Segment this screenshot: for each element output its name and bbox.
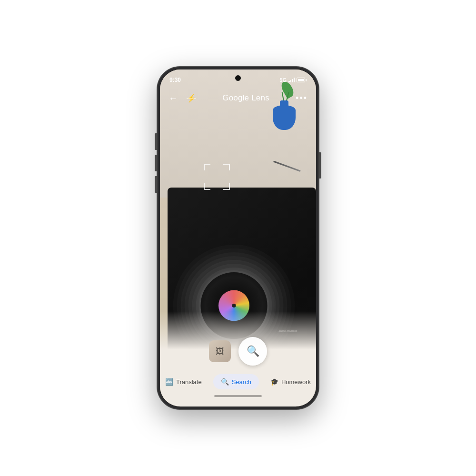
- thumbnail-image: 🖼: [209, 340, 231, 362]
- tab-homework[interactable]: 🎓 Homework: [263, 374, 316, 389]
- status-time: 9:30: [169, 77, 181, 83]
- phone-screen: audio-technica 9:30 5G: [160, 69, 316, 407]
- signal-bar-3: [292, 79, 293, 82]
- selection-bracket: [204, 164, 230, 190]
- bracket-corner-tr: [223, 164, 230, 170]
- camera-punch-hole: [235, 75, 241, 81]
- bracket-corner-br: [223, 183, 230, 190]
- more-options-button[interactable]: •••: [296, 93, 307, 103]
- search-icon: 🔍: [247, 345, 259, 357]
- bracket-corner-tl: [204, 164, 210, 170]
- tab-homework-label: Homework: [281, 378, 311, 386]
- thumbnail-button[interactable]: 🖼: [209, 340, 231, 362]
- home-indicator: [214, 395, 262, 397]
- battery-tip: [306, 79, 307, 81]
- phone-device: audio-technica 9:30 5G: [157, 67, 319, 409]
- tab-bar: 🔤 Translate 🔍 Search 🎓 Homework: [160, 374, 316, 389]
- tab-search-label: Search: [232, 378, 251, 386]
- 5g-indicator: 5G: [279, 77, 287, 83]
- lens-title: Google Lens: [222, 93, 269, 103]
- thumbnail-placeholder: 🖼: [216, 347, 224, 357]
- bracket-corner-bl: [204, 183, 210, 190]
- status-icons: 5G: [279, 77, 307, 83]
- flash-off-button[interactable]: ⚡: [187, 94, 196, 103]
- translate-icon: 🔤: [165, 378, 173, 386]
- bottom-panel: 🖼 🔍 🔤 Translate 🔍 Search 🎓: [160, 311, 316, 407]
- vinyl-hole: [232, 304, 236, 307]
- battery-body: [297, 78, 305, 82]
- battery-fill: [298, 79, 304, 81]
- tab-translate[interactable]: 🔤 Translate: [160, 374, 209, 389]
- lens-bar: ← ⚡ Google Lens •••: [160, 87, 316, 109]
- tab-translate-label: Translate: [176, 378, 202, 386]
- lens-bar-left: ← ⚡: [169, 93, 196, 104]
- signal-bars: [288, 78, 295, 82]
- signal-bar-2: [290, 80, 292, 82]
- lens-bar-right: •••: [296, 93, 307, 103]
- search-tab-icon: 🔍: [221, 378, 229, 386]
- camera-controls: 🖼 🔍: [209, 337, 267, 366]
- battery-icon: [297, 78, 307, 82]
- signal-bar-4: [294, 78, 295, 82]
- homework-icon: 🎓: [270, 378, 278, 386]
- shutter-button[interactable]: 🔍: [238, 337, 267, 366]
- signal-bar-1: [288, 81, 290, 82]
- back-button[interactable]: ←: [169, 93, 178, 104]
- tab-search[interactable]: 🔍 Search: [213, 374, 259, 389]
